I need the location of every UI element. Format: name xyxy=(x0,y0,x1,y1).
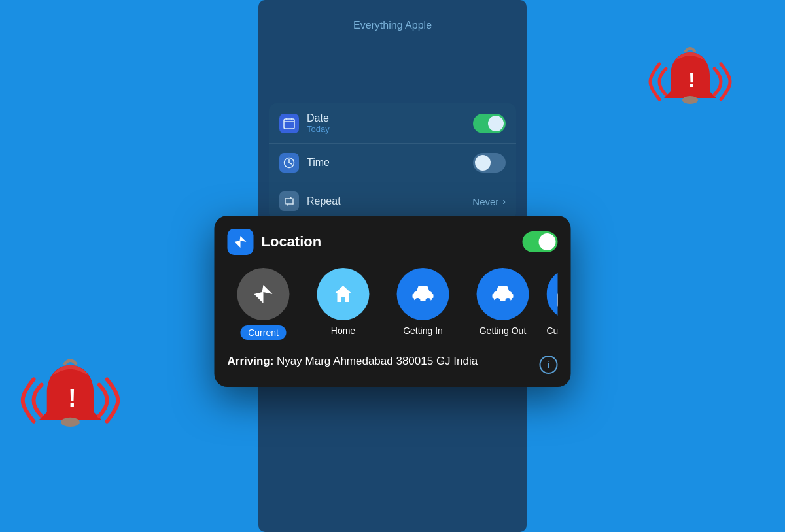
time-label: Time xyxy=(307,157,473,169)
repeat-icon xyxy=(279,191,299,211)
home-circle xyxy=(317,268,370,320)
location-option-home[interactable]: Home xyxy=(307,268,379,340)
location-header: Location xyxy=(228,229,558,255)
repeat-row[interactable]: Repeat Never › xyxy=(269,182,516,220)
calendar-icon xyxy=(279,114,299,133)
date-label: Date xyxy=(307,112,473,124)
location-title: Location xyxy=(262,233,523,250)
settings-section: Date Today Time xyxy=(269,103,516,220)
getting-in-label: Getting In xyxy=(403,325,443,336)
partial-label: Cu... xyxy=(547,325,558,336)
info-icon[interactable]: i xyxy=(540,356,558,374)
date-toggle[interactable] xyxy=(473,114,506,133)
arriving-section: Arriving: Nyay Marg Ahmedabad 380015 GJ … xyxy=(228,353,558,374)
arriving-text: Arriving: Nyay Marg Ahmedabad 380015 GJ … xyxy=(228,353,478,370)
location-options: Current Home Ge xyxy=(228,268,558,340)
svg-point-9 xyxy=(426,298,431,303)
bell-top-right: ! xyxy=(648,39,733,127)
svg-rect-11 xyxy=(431,294,434,298)
svg-point-22 xyxy=(61,418,80,427)
time-toggle[interactable] xyxy=(473,153,506,173)
location-toggle[interactable] xyxy=(523,231,558,252)
repeat-label: Repeat xyxy=(307,195,472,207)
clock-icon xyxy=(279,153,299,173)
svg-line-6 xyxy=(289,163,292,164)
svg-point-14 xyxy=(506,298,511,303)
current-circle xyxy=(237,268,290,320)
location-icon xyxy=(228,229,254,255)
home-label: Home xyxy=(331,325,355,336)
time-row[interactable]: Time xyxy=(269,144,516,182)
getting-out-label: Getting Out xyxy=(480,325,527,336)
location-option-partial[interactable]: Cu... xyxy=(547,268,558,340)
location-card: Location Current Home xyxy=(215,216,571,387)
getting-in-circle xyxy=(397,268,449,320)
repeat-chevron: › xyxy=(502,196,506,207)
svg-point-20 xyxy=(682,96,698,104)
bell-bottom-left: ! xyxy=(20,350,121,454)
svg-text:!: ! xyxy=(68,384,77,412)
location-option-getting-in[interactable]: Getting In xyxy=(387,268,459,340)
svg-text:!: ! xyxy=(688,68,695,91)
date-sublabel: Today xyxy=(307,124,473,134)
svg-rect-0 xyxy=(284,119,294,129)
location-option-current[interactable]: Current xyxy=(228,268,300,340)
getting-out-circle xyxy=(477,268,529,320)
app-title: Everything Apple xyxy=(258,13,527,44)
partial-circle xyxy=(547,268,558,320)
svg-rect-15 xyxy=(493,294,495,298)
arriving-label: Arriving: xyxy=(228,355,274,367)
location-option-getting-out[interactable]: Getting Out xyxy=(467,268,539,340)
date-row[interactable]: Date Today xyxy=(269,103,516,144)
current-label: Current xyxy=(240,325,287,340)
repeat-value: Never xyxy=(472,196,498,207)
svg-rect-10 xyxy=(413,294,415,298)
svg-rect-16 xyxy=(511,294,514,298)
svg-rect-17 xyxy=(557,291,558,308)
svg-point-13 xyxy=(495,298,500,303)
svg-point-8 xyxy=(415,298,421,303)
